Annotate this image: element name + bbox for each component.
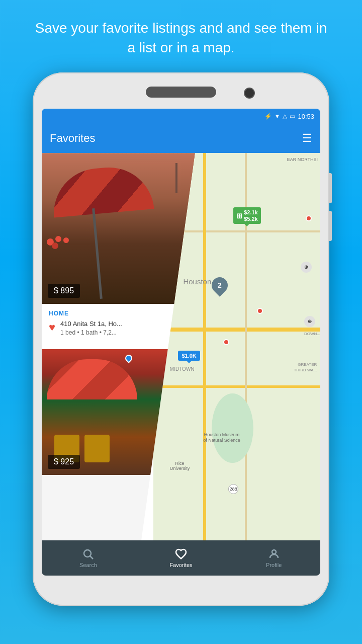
favorites-nav-icon bbox=[175, 548, 187, 560]
menu-icon[interactable]: ☰ bbox=[302, 132, 312, 145]
map-dot-pin-3[interactable] bbox=[257, 308, 263, 314]
favorite-heart-1[interactable]: ♥ bbox=[49, 321, 55, 334]
status-time: 10:53 bbox=[298, 113, 314, 120]
speaker bbox=[146, 87, 216, 98]
patio-chair-2 bbox=[84, 435, 110, 462]
phone-screen: ⚡ ▼ △ ▭ 10:53 Favorites ☰ bbox=[42, 109, 320, 576]
park-area bbox=[212, 393, 253, 463]
map-dot-pin-2[interactable] bbox=[223, 339, 229, 345]
map-number-pin[interactable]: 2 bbox=[208, 274, 231, 296]
map-label-midtown: MIDTOWN bbox=[170, 366, 195, 372]
signal-icon: △ bbox=[283, 113, 287, 120]
nav-label-favorites: Favorites bbox=[169, 562, 192, 568]
svg-line-1 bbox=[90, 556, 94, 559]
pin-price-2: $5.2k bbox=[244, 216, 258, 222]
status-icons: ⚡ ▼ △ ▭ 10:53 bbox=[264, 113, 314, 120]
road-h2 bbox=[153, 385, 320, 388]
road-h1 bbox=[153, 328, 320, 332]
pin-number: 2 bbox=[218, 281, 222, 289]
blue-pin-price: $1.0K bbox=[182, 353, 196, 359]
content-area: EAR NORTHSI Houstonn MIDTOWN Houston Mus… bbox=[42, 153, 320, 540]
nav-item-favorites[interactable]: Favorites bbox=[135, 548, 228, 568]
profile-nav-icon bbox=[268, 548, 280, 560]
svg-point-2 bbox=[272, 550, 276, 554]
property-photo-1[interactable]: $ 895 bbox=[42, 153, 195, 304]
phone-mockup: ⚡ ▼ △ ▭ 10:53 Favorites ☰ bbox=[33, 72, 329, 606]
map-label-museum: Houston Museumof Natural Science bbox=[203, 432, 240, 444]
map-price-pin-blue[interactable]: $1.0K bbox=[178, 351, 200, 361]
listing-type-1: HOME bbox=[49, 310, 188, 317]
tagline: Save your favorite listings and and see … bbox=[0, 0, 362, 72]
nav-item-search[interactable]: Search bbox=[42, 548, 135, 568]
map-icon-1: ⊕ bbox=[301, 262, 312, 273]
map-icon-2: ⊕ bbox=[304, 316, 315, 327]
pin-price-1: $2.1k bbox=[244, 209, 258, 215]
svg-point-0 bbox=[84, 550, 91, 557]
map-price-pin-green[interactable]: ⊞ $2.1k $5.2k bbox=[233, 207, 261, 224]
pin-grid-icon: ⊞ bbox=[236, 212, 242, 220]
map-highway-288: 288 bbox=[228, 484, 238, 494]
map-label-northside: EAR NORTHSI bbox=[287, 157, 318, 162]
flowers bbox=[44, 233, 79, 269]
status-bar: ⚡ ▼ △ ▭ 10:53 bbox=[42, 109, 320, 124]
app-bar-title: Favorites bbox=[50, 132, 302, 145]
listing-details-1: 1 bed • 1 bath • 7,2... bbox=[60, 329, 188, 336]
map-label-third-ward: GREATERTHIRD WA... bbox=[294, 362, 317, 373]
price-badge-2: $ 925 bbox=[48, 455, 80, 469]
search-nav-icon bbox=[82, 548, 94, 560]
map-label-houston: Houstonn bbox=[183, 277, 211, 286]
nav-item-profile[interactable]: Profile bbox=[227, 548, 320, 568]
map-label-down: DOWN... bbox=[304, 332, 320, 336]
map-label-rice: RiceUniversity bbox=[170, 461, 190, 471]
bluetooth-icon: ⚡ bbox=[264, 113, 272, 120]
nav-label-search: Search bbox=[79, 562, 97, 568]
map-dot-pin-1[interactable] bbox=[306, 215, 312, 221]
listing-address-1: 410 Anita St 1a, Ho... bbox=[60, 320, 188, 328]
map-marker-overlap bbox=[125, 355, 132, 362]
road-v1 bbox=[203, 153, 206, 540]
app-bar: Favorites ☰ bbox=[42, 124, 320, 153]
fence-post bbox=[175, 163, 177, 193]
volume-button-2 bbox=[329, 211, 332, 241]
volume-button-1 bbox=[329, 173, 332, 203]
battery-icon: ▭ bbox=[290, 113, 295, 120]
listing-card-row: ♥ 410 Anita St 1a, Ho... 1 bed • 1 bath … bbox=[49, 320, 188, 336]
bottom-nav: Search Favorites Profile bbox=[42, 540, 320, 576]
nav-label-profile: Profile bbox=[266, 562, 282, 568]
price-badge-1: $ 895 bbox=[48, 284, 80, 298]
listing-info-1: 410 Anita St 1a, Ho... 1 bed • 1 bath • … bbox=[60, 320, 188, 336]
wifi-icon: ▼ bbox=[275, 113, 281, 120]
